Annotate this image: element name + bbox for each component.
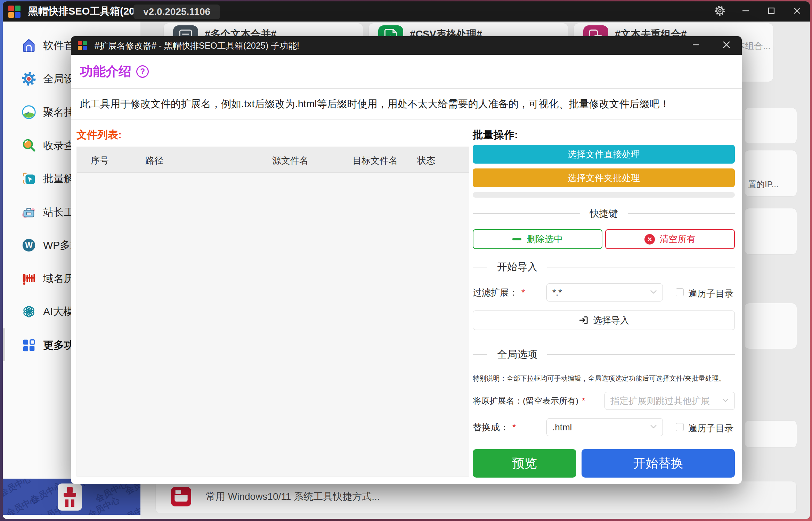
column-header-target-name: 目标文件名 <box>352 155 398 167</box>
dialog-logo-icon <box>78 41 87 50</box>
required-asterisk: * <box>521 287 525 298</box>
member-watermark: 会员中心 <box>4 493 40 515</box>
column-header-path: 路径 <box>145 155 163 167</box>
extension-renamer-dialog: #扩展名修改器# - 黑帽快排SEO工具箱(2025) 子功能! 功能介绍 ? … <box>71 36 742 484</box>
source-extension-label: 将原扩展名：(留空表示所有) <box>473 395 578 406</box>
column-header-index: 序号 <box>91 155 109 167</box>
window-controls <box>707 1 810 22</box>
app-title: 黑帽快排SEO工具箱(2025) <box>28 5 149 18</box>
clear-circle-x-icon <box>644 234 655 245</box>
clear-all-button[interactable]: 清空所有 <box>605 229 735 249</box>
background-card-sliver <box>744 108 797 144</box>
recurse-subdirs-label: 遍历子目录 <box>688 422 733 435</box>
toolbox-icon <box>21 204 37 220</box>
select-folder-button[interactable]: 选择文件夹批处理 <box>473 168 735 187</box>
recurse-subdirs-label: 遍历子目录 <box>688 288 733 300</box>
button-label: 选择文件直接处理 <box>568 148 640 160</box>
member-center-icon[interactable] <box>58 483 82 511</box>
file-list-heading: 文件列表: <box>76 128 122 142</box>
app-logo-icon <box>8 6 21 18</box>
recurse-subdirs-checkbox[interactable] <box>676 288 684 296</box>
wordpress-icon: W <box>21 237 37 253</box>
sidebar-item-label: 站长工 <box>43 205 74 220</box>
dialog-title: #扩展名修改器# - 黑帽快排SEO工具箱(2025) 子功能! <box>95 40 299 51</box>
dropdown-placeholder: 指定扩展则跳过其他扩展 <box>610 395 722 407</box>
divider-label: 全局选项 <box>497 348 537 362</box>
app-titlebar: 黑帽快排SEO工具箱(2025) v2.0.2025.1106 <box>3 1 810 22</box>
gear-icon <box>714 5 725 18</box>
help-icon[interactable]: ? <box>136 65 149 78</box>
close-icon <box>793 6 802 17</box>
grid-icon <box>21 337 37 353</box>
preview-button[interactable]: 预览 <box>473 449 576 478</box>
button-label: 开始替换 <box>633 455 683 472</box>
button-label: 清空所有 <box>660 233 696 245</box>
minimize-button[interactable] <box>733 1 758 22</box>
filter-extension-dropdown[interactable]: *.* <box>546 283 663 301</box>
column-header-status: 状态 <box>417 155 435 167</box>
search-icon <box>21 138 37 154</box>
chevron-down-icon <box>722 398 729 404</box>
file-list-table[interactable]: 序号 路径 源文件名 目标文件名 状态 <box>76 147 469 477</box>
column-header-source-name: 源文件名 <box>272 155 308 167</box>
close-button[interactable] <box>784 1 810 22</box>
select-files-button[interactable]: 选择文件直接处理 <box>473 145 735 164</box>
import-divider: 开始导入 <box>473 261 735 273</box>
sidebar-item-label: 软件首 <box>43 39 74 53</box>
import-icon <box>578 315 589 325</box>
gauge-icon <box>21 104 37 120</box>
cursor-icon <box>21 171 37 187</box>
special-note: 特别说明：全部下拉框均可手动编辑，全局选项选定功能后可选择文件/夹批量处理。 <box>473 374 735 383</box>
minus-icon <box>512 238 521 240</box>
tool-card-title: 常用 Windows10/11 系统工具快捷方式... <box>206 490 380 503</box>
dropdown-value: .html <box>552 422 650 433</box>
batch-panel: 批量操作: 选择文件直接处理 选择文件夹批处理 快捷键 删除选中 清空所有 开始… <box>473 36 735 484</box>
minimize-icon <box>741 6 750 17</box>
sidebar-item-label: 收录查 <box>43 139 74 153</box>
windows-tools-icon <box>171 487 191 506</box>
background-card-sliver <box>744 420 797 448</box>
sidebar-item-label: 聚名挂 <box>43 105 74 119</box>
button-label: 预览 <box>512 455 537 472</box>
global-options-divider: 全局选项 <box>473 349 735 361</box>
batch-heading: 批量操作: <box>473 128 735 142</box>
background-card-sliver <box>744 208 797 255</box>
shortcut-divider: 快捷键 <box>473 208 735 219</box>
intro-heading: 功能介绍 <box>80 63 131 80</box>
gear-icon <box>21 71 37 87</box>
filter-extension-label: 过滤扩展： <box>473 287 518 299</box>
settings-button[interactable] <box>707 1 733 22</box>
sidebar-scrollbar[interactable] <box>3 328 5 361</box>
openai-icon <box>21 304 37 320</box>
sidebar-item-label: 全局设 <box>43 72 74 86</box>
barcode-icon <box>21 271 37 287</box>
dropdown-value: *.* <box>552 287 650 298</box>
maximize-button[interactable] <box>758 1 784 22</box>
sidebar-item-label: 域名历 <box>43 272 74 286</box>
required-asterisk: * <box>582 396 585 406</box>
version-badge: v2.0.2025.1106 <box>133 5 220 19</box>
progress-bar <box>473 192 735 198</box>
replace-with-dropdown[interactable]: .html <box>546 418 663 436</box>
start-replace-button[interactable]: 开始替换 <box>582 449 735 478</box>
replace-with-label: 替换成： <box>473 421 509 433</box>
recurse-subdirs-checkbox-2[interactable] <box>676 423 684 431</box>
select-import-button[interactable]: 选择导入 <box>473 311 735 330</box>
chevron-down-icon <box>650 424 657 430</box>
source-extension-dropdown[interactable]: 指定扩展则跳过其他扩展 <box>604 392 735 410</box>
button-label: 选择导入 <box>593 314 629 326</box>
background-text-fragment: 置的IP... <box>748 179 779 190</box>
file-list-table-header: 序号 路径 源文件名 目标文件名 状态 <box>77 147 469 173</box>
divider-label: 快捷键 <box>590 207 618 220</box>
background-card-sliver: 置的IP... <box>744 150 797 197</box>
sidebar-item-label: 更多功 <box>43 338 74 353</box>
desktop: 黑帽快排SEO工具箱(2025) v2.0.2025.1106 <box>0 0 812 521</box>
sidebar-item-label: AI大模 <box>43 305 74 319</box>
member-panel[interactable]: 会员中心 会员中心 会员中心 会员中心 会员中心 会员中心 会员中心 会员中心 … <box>3 479 143 515</box>
button-label: 删除选中 <box>527 233 563 245</box>
tool-card-windows-shortcuts[interactable]: 常用 Windows10/11 系统工具快捷方式... <box>155 481 797 513</box>
divider-label: 开始导入 <box>497 260 537 274</box>
sidebar-bottom-strip <box>3 515 143 519</box>
background-card-sliver <box>744 303 797 349</box>
delete-selected-button[interactable]: 删除选中 <box>473 229 602 249</box>
